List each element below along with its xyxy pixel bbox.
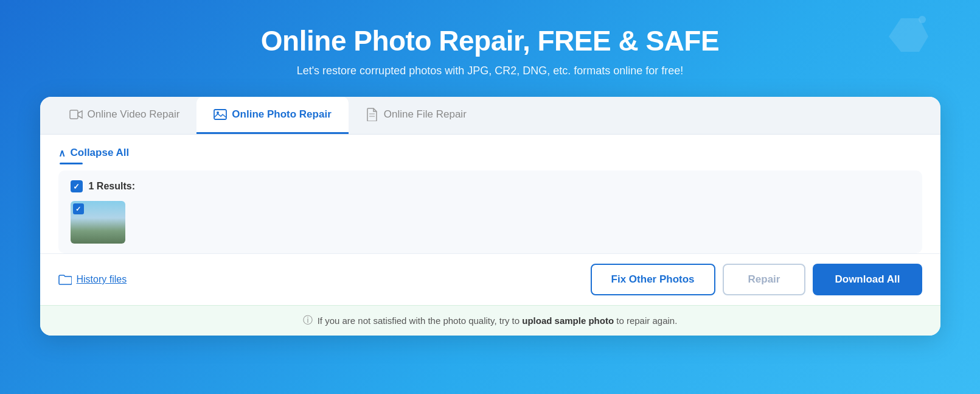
deco-shape: [883, 12, 931, 55]
results-area: 1 Results:: [58, 171, 922, 253]
folder-icon: [58, 274, 72, 285]
page-subtitle: Let's restore corrupted photos with JPG,…: [297, 65, 684, 77]
info-text: If you are not satisfied with the photo …: [318, 315, 678, 326]
info-icon: ⓘ: [303, 314, 313, 327]
collapse-row: ∧ Collapse All: [58, 147, 922, 159]
main-card: Online Video Repair Online Photo Repair …: [40, 97, 940, 336]
results-count: 1 Results:: [89, 181, 135, 192]
repair-button: Repair: [723, 264, 806, 295]
info-prefix: If you are not satisfied with the photo …: [318, 315, 520, 326]
results-header: 1 Results:: [71, 180, 910, 192]
history-files-link[interactable]: History files: [58, 274, 127, 285]
photo-icon: [214, 108, 227, 121]
svg-rect-4: [214, 110, 226, 119]
collapse-underline: [60, 163, 83, 164]
card-body: ∧ Collapse All 1 Results:: [40, 135, 940, 253]
svg-marker-3: [78, 111, 82, 118]
page-title: Online Photo Repair, FREE & SAFE: [261, 24, 719, 57]
fix-other-photos-button[interactable]: Fix Other Photos: [591, 264, 715, 295]
tabs-row: Online Video Repair Online Photo Repair …: [40, 97, 940, 135]
tab-file[interactable]: Online File Repair: [349, 97, 484, 134]
tab-file-label: Online File Repair: [384, 108, 467, 121]
info-bar: ⓘ If you are not satisfied with the phot…: [40, 305, 940, 336]
tab-photo[interactable]: Online Photo Repair: [196, 97, 348, 134]
upload-sample-link[interactable]: upload sample photo: [522, 315, 614, 326]
svg-rect-2: [70, 110, 78, 119]
file-icon: [366, 108, 379, 121]
info-suffix: to repair again.: [616, 315, 677, 326]
action-buttons: Fix Other Photos Repair Download All: [591, 264, 922, 295]
svg-marker-0: [889, 18, 928, 52]
download-all-button[interactable]: Download All: [813, 264, 922, 295]
tab-video[interactable]: Online Video Repair: [52, 97, 197, 134]
tab-video-label: Online Video Repair: [88, 108, 180, 121]
collapse-chevron-icon: ∧: [58, 147, 66, 159]
history-files-label: History files: [77, 274, 127, 285]
collapse-all-button[interactable]: Collapse All: [71, 147, 130, 159]
select-all-checkbox[interactable]: [71, 180, 83, 192]
video-icon: [69, 108, 83, 121]
svg-point-1: [919, 16, 926, 23]
photo-thumbnail[interactable]: [71, 201, 125, 244]
thumbnail-checkbox[interactable]: [73, 203, 84, 214]
bottom-bar: History files Fix Other Photos Repair Do…: [40, 253, 940, 305]
tab-photo-label: Online Photo Repair: [232, 108, 331, 121]
